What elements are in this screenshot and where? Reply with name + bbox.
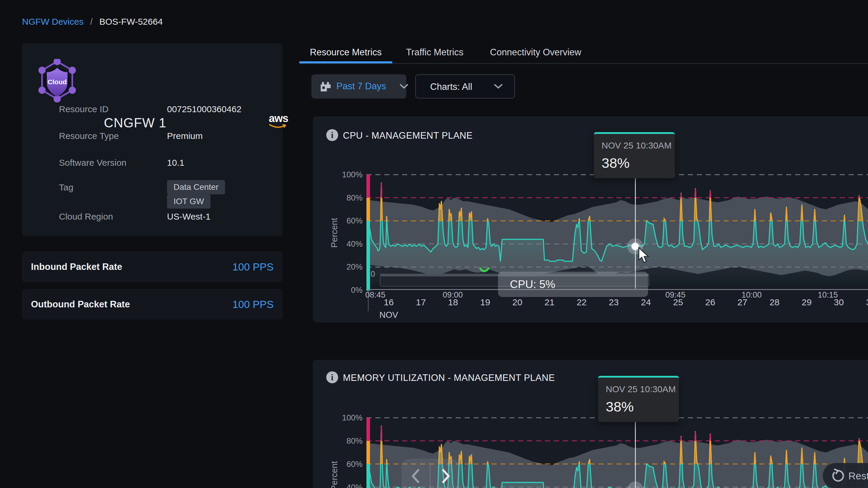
resource-type-value: Premium (167, 131, 203, 141)
aws-logo: aws (269, 113, 288, 131)
mem-ytick-100: 100% (330, 413, 363, 423)
cloud-icon-label: Cloud (48, 78, 67, 86)
pager-divider (430, 465, 430, 488)
outbound-packet-rate-value: 100 PPS (232, 298, 274, 311)
cpu-xtick-day: 26 (705, 297, 715, 307)
time-range-dropdown[interactable]: Past 7 Days (311, 74, 406, 98)
cpu-crosshair-line (635, 169, 636, 289)
cpu-xtick-day: 29 (802, 297, 811, 307)
row-cloud-region: Cloud Region US-West-1 (59, 212, 267, 224)
cpu-xtick-day: 20 (512, 297, 522, 307)
cpu-xtick-day: 18 (448, 297, 458, 307)
cpu-xtick-day: 30 (834, 297, 844, 307)
cpu-xtick-day: 19 (480, 297, 490, 307)
cpu-xtick-day: 31 (866, 297, 868, 307)
active-tab-underline (299, 61, 392, 63)
cpu-xtick-day: 21 (545, 297, 554, 307)
inbound-packet-rate-value: 100 PPS (232, 261, 274, 273)
cpu-xtick-day: 24 (641, 297, 651, 307)
software-version-label: Software Version (59, 158, 126, 167)
cpu-hover-tooltip: CPU: 5% (498, 272, 648, 297)
breadcrumb-link-ngfw-devices[interactable]: NGFW Devices (22, 17, 84, 27)
cpu-xtick-time: 08:45 (365, 290, 385, 300)
aws-smile-icon (269, 124, 288, 129)
restart-icon (831, 468, 845, 483)
cpu-tooltip-value: 38% (601, 155, 675, 171)
mem-tooltip-value: 38% (606, 398, 679, 415)
charts-filter-value: Charts: All (430, 82, 472, 92)
cpu-ytick-0: 0% (330, 286, 363, 295)
row-resource-id: Resource ID 007251000360462 (59, 104, 267, 116)
cpu-ytick-20: 20% (330, 262, 363, 272)
mem-tooltip-date: NOV 25 10:30AM (606, 384, 679, 394)
cpu-tooltip: NOV 25 10:30AM 38% (594, 132, 675, 178)
outbound-packet-rate-label: Outbound Packet Rate (31, 299, 130, 310)
resource-id-value: 007251000360462 (167, 104, 241, 114)
tag-badge-data-center: Data Center (167, 180, 225, 194)
cpu-xtick-day: 16 (384, 297, 394, 307)
memory-chart-plot[interactable] (313, 360, 868, 488)
charts-filter-dropdown[interactable]: Charts: All (415, 74, 515, 98)
breadcrumb-separator: / (90, 17, 93, 27)
resource-type-label: Resource Type (59, 131, 119, 141)
inbound-packet-rate-card: Inbound Packet Rate 100 PPS (22, 252, 282, 282)
cpu-xtick-day: 23 (609, 297, 619, 307)
inbound-packet-rate-label: Inbound Packet Rate (31, 262, 122, 272)
cloud-ngfw-icon: Cloud (37, 59, 77, 102)
restart-button[interactable]: Restart (823, 463, 868, 488)
tag-badge-iot-gw: IOT GW (167, 194, 211, 208)
aws-logo-text: aws (269, 113, 288, 124)
tag-label: Tag (59, 183, 73, 192)
software-version-value: 10.1 (167, 158, 184, 168)
device-summary-card: Cloud CNGFW 1 aws Resource ID 0072510003… (22, 43, 282, 236)
chevron-down-icon (400, 83, 408, 89)
row-software-version: Software Version 10.1 (59, 158, 267, 170)
chevron-down-icon (494, 83, 503, 89)
row-tag: Tag Data Center IOT GW (59, 183, 267, 194)
resource-id-label: Resource ID (59, 104, 108, 114)
cpu-ytick-80: 80% (330, 193, 363, 203)
cpu-month-label: NOV (379, 310, 398, 320)
restart-label: Restart (848, 470, 868, 482)
tab-resource-metrics[interactable]: Resource Metrics (310, 47, 382, 61)
chart-pager-panel (402, 459, 459, 488)
cpu-xtick-day: 25 (673, 297, 683, 307)
time-range-value: Past 7 Days (336, 81, 386, 92)
breadcrumb: NGFW Devices / BOS-FW-52664 (22, 17, 163, 27)
cloud-region-label: Cloud Region (59, 212, 113, 221)
cpu-xtick-day: 17 (416, 297, 426, 307)
cpu-xtick-day: 27 (737, 297, 747, 307)
cpu-tooltip-date: NOV 25 10:30AM (601, 140, 675, 151)
cpu-ytick-100: 100% (330, 170, 363, 180)
navigator-zero-label: 0 (371, 269, 375, 279)
tab-traffic-metrics[interactable]: Traffic Metrics (406, 47, 463, 61)
cpu-y-axis-label: Percent (330, 218, 339, 248)
mem-ytick-80: 80% (330, 436, 363, 446)
cloud-region-value: US-West-1 (167, 212, 211, 222)
calendar-icon (320, 82, 332, 92)
device-title: CNGFW 1 (104, 116, 166, 130)
mem-crosshair-line (635, 412, 636, 488)
tab-connectivity-overview[interactable]: Connectivity Overview (490, 47, 581, 61)
cpu-xtick-day: 22 (577, 297, 586, 307)
breadcrumb-current: BOS-FW-52664 (99, 17, 163, 27)
chevron-right-icon[interactable] (437, 467, 455, 485)
row-resource-type: Resource Type Premium (59, 131, 267, 143)
chevron-left-icon[interactable] (407, 467, 425, 485)
cpu-xtick-day: 28 (770, 297, 779, 307)
mem-y-axis-label: Percent (330, 461, 339, 488)
mouse-cursor (637, 247, 652, 264)
mem-tooltip: NOV 25 10:30AM 38% (598, 376, 679, 422)
outbound-packet-rate-card: Outbound Packet Rate 100 PPS (22, 289, 282, 320)
